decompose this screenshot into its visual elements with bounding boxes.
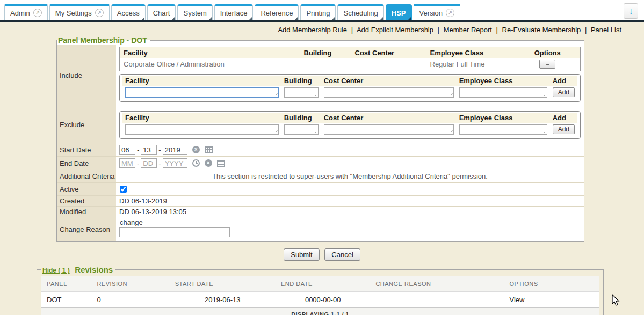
start-date-year-input[interactable] [163,145,187,155]
date-separator: - [158,146,161,154]
col-revision[interactable]: REVISION [91,276,169,292]
col-options: Options [515,47,581,59]
created-date: 06-13-2019 [131,197,167,205]
col-end-date[interactable]: END DATE [276,276,370,292]
end-date-day-input[interactable] [141,158,157,168]
modified-row: Modified DD 06-13-2019 13:05 [57,207,584,217]
tab-access[interactable]: Access [111,4,146,20]
revision-view-link[interactable]: View [504,292,599,308]
col-building: Building [281,113,321,123]
calendar-icon[interactable] [217,160,225,167]
rule-facility: Corporate Office / Administration [120,58,300,71]
hide-revisions-link[interactable]: Hide ( 1 ) [42,267,70,274]
tab-chart[interactable]: Chart [147,4,176,20]
exclude-label: Exclude [57,106,116,143]
modified-date: 06-13-2019 13:05 [131,208,186,216]
start-date-day-input[interactable] [141,145,157,155]
include-row: Include Facility Building Cost Center Em… [57,45,584,106]
revision-change-reason [370,292,504,308]
clear-date-icon[interactable]: × [192,146,200,153]
tab-my-settings[interactable]: My Settings ↗ [49,4,110,20]
tab-label: Access [117,9,140,17]
col-cost-center: Cost Center [321,76,457,86]
tab-label: Scheduling [343,9,378,17]
external-link-icon: ↗ [95,9,104,17]
tab-label: Interface [220,9,248,17]
dropdown-corner-icon [209,17,212,20]
col-employee-class: Employee Class [457,76,550,86]
tab-label: My Settings [55,9,92,17]
created-row: Created DD 06-13-2019 [57,196,584,207]
member-report-link[interactable]: Member Report [444,26,492,34]
page-action-links: Add Membership Rule | Add Explicit Membe… [0,22,644,36]
tab-admin[interactable]: Admin ↗ [4,4,48,20]
revisions-fieldset: Hide ( 1 ) Revisions PANEL REVISION STAR… [37,265,604,315]
start-date-month-input[interactable] [119,145,135,155]
calendar-icon[interactable] [205,146,213,153]
change-reason-row: Change Reason change [57,217,584,241]
panel-list-link[interactable]: Panel List [591,26,621,34]
col-facility: Facility [122,113,281,123]
additional-criteria-row: Additional Criteria This section is rest… [57,170,584,183]
remove-rule-button[interactable]: − [539,60,555,69]
col-panel[interactable]: PANEL [41,276,91,292]
created-label: Created [57,196,116,206]
exclude-add-button[interactable]: Add [553,124,575,134]
col-change-reason: CHANGE REASON [370,276,504,292]
change-reason-note: change [120,218,581,226]
exclude-cost-center-input[interactable] [324,124,454,135]
tab-label: Chart [153,9,170,17]
date-separator: - [137,159,139,167]
re-evaluate-membership-link[interactable]: Re-Evaluate Membership [502,26,581,34]
clear-date-icon[interactable]: × [205,159,212,167]
exclude-add-box: Facility Building Cost Center Employee C… [119,111,581,139]
tab-reference[interactable]: Reference [255,4,299,20]
add-membership-rule-link[interactable]: Add Membership Rule [278,26,347,34]
dropdown-corner-icon [332,17,335,20]
dropdown-corner-icon [380,17,383,20]
include-cost-center-input[interactable] [324,87,454,98]
link-separator: | [351,26,353,34]
end-date-year-input[interactable] [163,158,187,168]
clock-icon[interactable] [192,159,200,167]
include-employee-class-input[interactable] [459,87,547,98]
revisions-table: PANEL REVISION START DATE END DATE CHANG… [41,276,599,315]
include-add-box: Facility Building Cost Center Employee C… [119,74,581,102]
end-date-month-input[interactable] [119,158,135,168]
active-checkbox[interactable] [120,186,127,193]
exclude-building-input[interactable] [284,124,319,135]
dropdown-corner-icon [295,17,298,20]
cancel-button[interactable]: Cancel [324,248,360,261]
tab-scheduling[interactable]: Scheduling [337,4,383,20]
col-add: Add [550,113,577,123]
tab-version[interactable]: Version ↗ [414,4,460,20]
col-cost-center: Cost Center [351,47,426,59]
tab-interface[interactable]: Interface [214,4,254,20]
col-cost-center: Cost Center [321,113,457,123]
collapse-menu-button[interactable]: ↓ [624,3,638,19]
submit-button[interactable]: Submit [284,248,319,261]
tab-label: HSP [392,9,406,17]
exclude-facility-input[interactable] [125,124,279,135]
exclude-employee-class-input[interactable] [459,124,547,135]
modified-user-link[interactable]: DD [119,208,129,216]
date-separator: - [158,159,161,167]
created-user-link[interactable]: DD [119,197,129,205]
include-facility-input[interactable] [125,87,279,98]
date-separator: - [137,146,139,154]
tab-printing[interactable]: Printing [300,4,336,20]
include-rules-table: Facility Building Cost Center Employee C… [119,47,581,71]
end-date-row: End Date - - × [57,157,584,170]
include-add-button[interactable]: Add [553,87,575,97]
rule-employee-class: Regular Full Time [426,58,515,71]
rule-cost-center [351,58,426,71]
change-reason-input[interactable] [119,227,230,237]
mouse-cursor-icon [611,294,621,307]
include-building-input[interactable] [284,87,319,98]
add-explicit-membership-link[interactable]: Add Explicit Membership [357,26,433,34]
revision-number: 0 [91,292,169,308]
down-arrow-icon: ↓ [629,6,633,16]
tab-hsp-active[interactable]: HSP [386,4,412,20]
rule-building [300,58,351,71]
tab-system[interactable]: System [177,4,212,20]
